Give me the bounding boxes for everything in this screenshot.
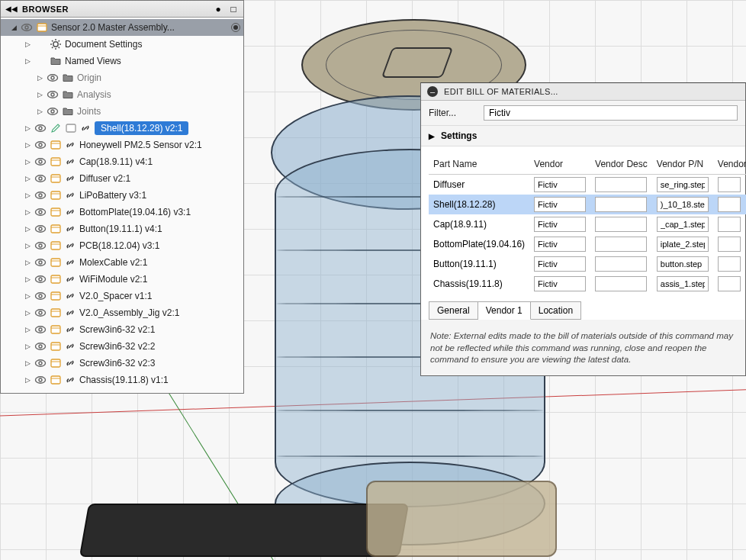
panel-minimize-icon[interactable]: ● [213,4,223,14]
bom-vendor-pn-input[interactable] [657,256,709,272]
expand-icon[interactable]: ▷ [36,74,43,82]
bom-column-header[interactable]: Vendor P/N [652,154,713,175]
bom-settings-toggle[interactable]: ▶ Settings [421,126,745,146]
expand-icon[interactable]: ▷ [24,292,31,300]
tree-item[interactable]: ▷ V2.0_Spacer v1:1 [1,288,243,304]
tree-root[interactable]: ◢ Sensor 2.0 Master Assembly... [1,19,243,36]
tree-item[interactable]: ▷ Origin [1,69,243,86]
bom-vendor-pn-input[interactable] [657,197,709,212]
bom-row[interactable]: Diffuser [429,175,746,195]
visibility-icon[interactable] [34,240,47,252]
bom-vendor-pn-input[interactable] [657,276,709,291]
visibility-icon[interactable] [34,122,47,134]
visibility-icon[interactable] [34,256,47,269]
bom-vendor-desc-input[interactable] [595,237,647,252]
bom-vendor-u-input[interactable] [718,256,741,272]
expand-icon[interactable]: ▷ [24,158,31,166]
visibility-icon[interactable] [34,189,47,201]
bom-dialog-header[interactable]: – EDIT BILL OF MATERIALS... [421,83,745,101]
expand-icon[interactable]: ▷ [24,40,31,48]
bom-vendor-u-input[interactable] [718,197,741,212]
tree-item[interactable]: ▷ WiFiModule v2:1 [1,271,243,288]
tree-item[interactable]: ▷ Named Views [1,53,243,69]
bom-vendor-input[interactable] [534,276,586,291]
expand-icon[interactable]: ▷ [24,326,31,333]
bom-tab[interactable]: General [429,301,478,320]
tree-item[interactable]: ▷ BottomPlate(19.04.16) v3:1 [1,204,243,220]
bom-vendor-input[interactable] [534,177,586,192]
expand-icon[interactable]: ▷ [36,91,43,98]
tree-item[interactable]: ▷ Analysis [1,86,243,103]
expand-icon[interactable]: ▷ [24,124,31,132]
visibility-icon[interactable] [34,223,47,235]
bom-vendor-u-input[interactable] [718,276,741,291]
expand-icon[interactable]: ▷ [24,208,31,216]
bom-column-header[interactable]: Part Name [429,154,529,175]
bom-row[interactable]: BottomPlate(19.04.16) [429,234,746,254]
tree-item[interactable]: ▷ Document Settings [1,36,243,53]
bom-vendor-desc-input[interactable] [595,177,647,192]
visibility-icon[interactable] [34,172,47,185]
tree-item[interactable]: ▷ Diffuser v2:1 [1,170,243,187]
bom-tab[interactable]: Location [531,301,581,320]
bom-row[interactable]: Cap(18.9.11) [429,214,746,234]
tree-item[interactable]: ▷ Joints [1,103,243,120]
tree-item[interactable]: ▷ Shell(18.12.28) v2:1 [1,120,243,137]
visibility-icon[interactable] [34,340,47,352]
bom-vendor-desc-input[interactable] [595,217,647,232]
bom-row[interactable]: Shell(18.12.28) [429,195,746,214]
bom-vendor-desc-input[interactable] [595,197,647,212]
visibility-icon[interactable] [34,323,47,336]
expand-icon[interactable]: ▷ [36,108,43,115]
bom-vendor-input[interactable] [534,217,586,232]
bom-vendor-input[interactable] [534,256,586,272]
tree-item[interactable]: ▷ PCB(18.12.04) v3:1 [1,237,243,254]
expand-icon[interactable]: ▷ [24,275,31,283]
bom-vendor-desc-input[interactable] [595,256,647,272]
bom-vendor-input[interactable] [534,237,586,252]
visibility-icon[interactable] [34,290,47,302]
bom-vendor-pn-input[interactable] [657,217,709,232]
expand-icon[interactable]: ▷ [24,343,31,350]
bom-vendor-u-input[interactable] [718,237,741,252]
visibility-icon[interactable] [34,307,47,319]
visibility-icon[interactable] [34,357,47,369]
tree-item[interactable]: ▷ Screw3in6-32 v2:1 [1,321,243,338]
expand-icon[interactable]: ▷ [24,175,31,182]
visibility-icon[interactable] [47,105,59,117]
visibility-icon[interactable] [34,139,47,151]
bom-row[interactable]: Button(19.11.1) [429,254,746,274]
expand-icon[interactable]: ▷ [24,259,31,266]
bom-column-header[interactable]: Vendor Desc [590,154,652,175]
bom-vendor-pn-input[interactable] [657,237,709,252]
tree-item[interactable]: ▷ MolexCable v2:1 [1,254,243,271]
bom-column-header[interactable]: Vendor U [713,154,746,175]
activate-radio[interactable] [231,23,240,32]
visibility-icon[interactable] [34,273,47,285]
expand-icon[interactable]: ▷ [24,57,31,65]
expand-icon[interactable]: ▷ [24,141,31,149]
visibility-icon[interactable] [34,374,47,386]
tree-item[interactable]: ▷ Screw3in6-32 v2:3 [1,355,243,372]
bom-vendor-u-input[interactable] [718,177,741,192]
tree-item[interactable]: ▷ Cap(18.9.11) v4:1 [1,153,243,170]
expand-icon[interactable]: ▷ [24,225,31,233]
expand-icon[interactable]: ◢ [10,24,18,31]
bom-vendor-input[interactable] [534,197,586,212]
bom-vendor-u-input[interactable] [718,217,741,232]
expand-icon[interactable]: ▷ [24,359,31,367]
visibility-icon[interactable] [47,89,59,101]
visibility-icon[interactable] [47,72,59,84]
bom-tab[interactable]: Vendor 1 [478,301,531,320]
visibility-icon[interactable] [34,206,47,218]
visibility-icon[interactable] [21,21,33,34]
bom-column-header[interactable]: Vendor [529,154,590,175]
expand-icon[interactable]: ▷ [24,191,31,199]
tree-item[interactable]: ▷ Chassis(19.11.8) v1:1 [1,372,243,388]
panel-undock-icon[interactable]: □ [228,4,239,14]
browser-panel-header[interactable]: ◀◀ BROWSER ● □ [1,1,243,18]
tree-item[interactable]: ▷ V2.0_Assembly_Jig v2:1 [1,304,243,321]
expand-icon[interactable]: ▷ [24,309,31,317]
bom-filter-input[interactable] [484,105,738,121]
tree-item[interactable]: ▷ Screw3in6-32 v2:2 [1,338,243,355]
